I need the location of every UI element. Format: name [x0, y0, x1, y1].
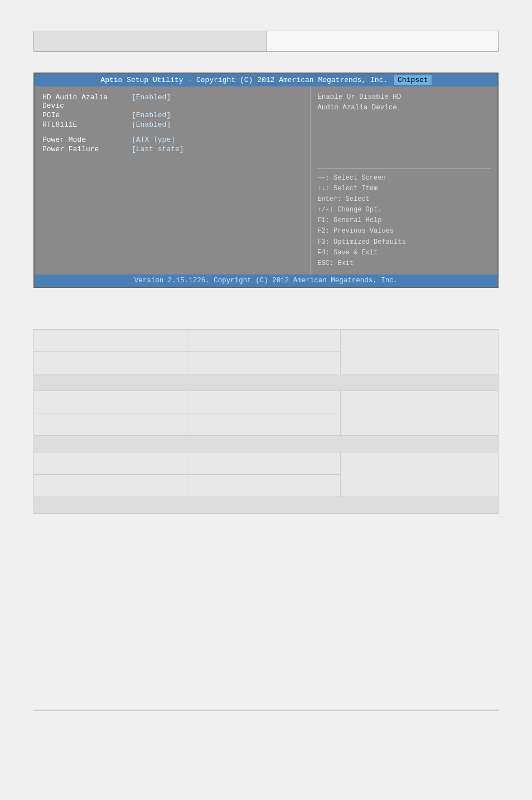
bottom-divider: [33, 710, 499, 711]
table-row-full: [34, 436, 499, 452]
table-row: [34, 330, 499, 352]
table-cell-full: [34, 374, 499, 391]
table-cell-full: [34, 436, 499, 452]
bios-settings-list: HD Audio Azalia Devic [Enabled] PCIe [En…: [35, 86, 310, 274]
bios-key-legend: →←: Select Screen ↑↓: Select Item Enter:…: [317, 173, 491, 269]
table-row-full: [34, 497, 499, 514]
key-esc: ESC: Exit: [317, 258, 491, 269]
key-save-exit: F4: Save & Exit: [317, 248, 491, 258]
key-enter: Enter: Select: [317, 194, 491, 205]
bios-help-text: Enable Or Disable HDAudio Azalia Device: [317, 92, 491, 113]
data-table-section: [33, 329, 499, 514]
bios-item-value-power-failure: [Last state]: [132, 145, 184, 153]
bios-spacer-1: [42, 130, 302, 136]
bios-item-name-rtl: RTL8111E: [42, 121, 132, 129]
bios-item-name-power-mode: Power Mode: [42, 136, 132, 144]
bios-item-name-pcie: PCIe: [42, 111, 132, 119]
table-cell: [34, 352, 187, 374]
bios-item-power-mode[interactable]: Power Mode [ATX Type]: [42, 136, 302, 144]
top-bar-left[interactable]: [33, 31, 267, 52]
bios-divider: [317, 168, 491, 168]
table-cell: [34, 330, 187, 352]
bios-item-value-power-mode: [ATX Type]: [132, 136, 175, 144]
table-cell: [34, 391, 187, 413]
key-select-item: ↑↓: Select Item: [317, 184, 491, 194]
bios-help-panel: Enable Or Disable HDAudio Azalia Device …: [310, 86, 497, 274]
bios-item-rtl[interactable]: RTL8111E [Enabled]: [42, 121, 302, 129]
table-row-full: [34, 374, 499, 391]
key-optimized-defaults: F3: Optimized Defaults: [317, 237, 491, 248]
bios-item-value-pcie: [Enabled]: [132, 111, 171, 119]
table-cell: [340, 391, 498, 436]
table-cell: [340, 330, 498, 374]
bios-item-power-failure[interactable]: Power Failure [Last state]: [42, 145, 302, 153]
bios-screen: Aptio Setup Utility – Copyright (C) 2012…: [33, 73, 499, 288]
top-bar-right[interactable]: [267, 31, 499, 52]
bios-tab-chipset[interactable]: Chipset: [394, 75, 432, 85]
table-cell: [34, 452, 187, 475]
bios-title: Aptio Setup Utility – Copyright (C) 2012…: [100, 76, 388, 84]
bios-footer: Version 2.15.1226. Copyright (C) 2012 Am…: [35, 274, 497, 287]
bios-body: HD Audio Azalia Devic [Enabled] PCIe [En…: [35, 86, 497, 274]
table-cell: [187, 391, 340, 413]
top-navigation-bar: [33, 31, 499, 52]
bios-item-hd-audio[interactable]: HD Audio Azalia Devic [Enabled]: [42, 93, 302, 110]
table-cell-full: [34, 497, 499, 514]
table-cell: [187, 452, 340, 475]
key-select-screen: →←: Select Screen: [317, 173, 491, 184]
bios-header: Aptio Setup Utility – Copyright (C) 2012…: [35, 74, 497, 86]
bios-item-value-rtl: [Enabled]: [132, 121, 171, 129]
table-cell: [187, 330, 340, 352]
table-cell: [34, 475, 187, 497]
table-cell: [34, 413, 187, 436]
table-row: [34, 452, 499, 475]
bios-item-name-power-failure: Power Failure: [42, 145, 132, 153]
bios-item-name-hd-audio: HD Audio Azalia Devic: [42, 93, 132, 110]
key-change-opt: +/-: Change Opt.: [317, 205, 491, 215]
key-previous-values: F2: Previous Values: [317, 226, 491, 237]
table-cell: [340, 452, 498, 497]
data-table: [33, 329, 499, 514]
table-cell: [187, 413, 340, 436]
bios-item-value-hd-audio: [Enabled]: [132, 93, 171, 110]
table-row: [34, 391, 499, 413]
table-cell: [187, 475, 340, 497]
table-cell: [187, 352, 340, 374]
bios-item-pcie[interactable]: PCIe [Enabled]: [42, 111, 302, 119]
key-general-help: F1: General Help: [317, 215, 491, 226]
